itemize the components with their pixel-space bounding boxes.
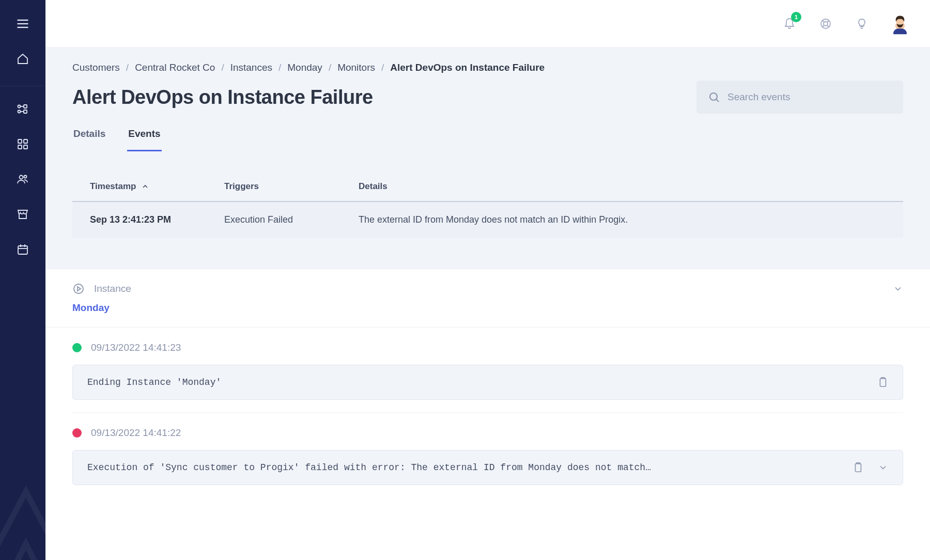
svg-line-19 [823, 20, 825, 22]
table-row[interactable]: Sep 13 2:41:23 PM Execution Failed The e… [72, 202, 903, 238]
search-icon [708, 91, 720, 103]
events-table: Timestamp Triggers Details Sep 13 2:41:2… [72, 172, 903, 238]
sidebar-item-users[interactable] [12, 169, 33, 190]
log-entry: 09/13/2022 14:41:23 Ending Instance 'Mon… [72, 328, 903, 412]
column-label: Timestamp [90, 181, 136, 192]
cell-trigger: Execution Failed [224, 214, 359, 225]
notifications-badge: 1 [791, 12, 801, 22]
page-header: Customers/ Central Rocket Co/ Instances/… [45, 48, 930, 151]
instance-link[interactable]: Monday [72, 302, 903, 314]
svg-point-5 [18, 111, 21, 113]
log-message: Execution of 'Sync customer to Progix' f… [87, 462, 651, 473]
svg-rect-8 [24, 139, 27, 143]
svg-point-3 [18, 105, 21, 108]
breadcrumb-item[interactable]: Customers [72, 62, 120, 73]
sidebar-divider [0, 86, 45, 86]
main: 1 Customers/ Central Rocket Co/ Instance… [45, 0, 930, 560]
log-timestamp: 09/13/2022 14:41:22 [91, 427, 181, 439]
page-title: Alert DevOps on Instance Failure [72, 86, 373, 108]
chevron-up-icon [141, 182, 149, 191]
events-table-header: Timestamp Triggers Details [72, 172, 903, 202]
status-dot-success [72, 343, 82, 352]
logs: 09/13/2022 14:41:23 Ending Instance 'Mon… [45, 328, 930, 528]
help-button[interactable] [815, 13, 836, 34]
lightbulb-icon [856, 18, 868, 30]
cell-details: The external ID from Monday does not mat… [359, 214, 886, 225]
instance-panel: Instance Monday [45, 269, 930, 328]
log-expand-toggle[interactable] [878, 462, 888, 473]
log-message: Ending Instance 'Monday' [87, 377, 221, 387]
tabs: Details Events [72, 128, 903, 151]
sidebar-item-flows[interactable] [12, 99, 33, 119]
svg-rect-9 [18, 145, 22, 149]
svg-rect-7 [18, 139, 22, 143]
svg-rect-6 [24, 110, 27, 113]
column-header-details[interactable]: Details [359, 181, 886, 192]
menu-toggle[interactable] [12, 13, 33, 34]
play-circle-icon [72, 283, 85, 295]
svg-rect-4 [24, 105, 27, 108]
search-input[interactable] [727, 91, 892, 103]
svg-line-25 [716, 99, 719, 102]
sidebar-logo-watermark [0, 477, 45, 560]
events-table-area: Timestamp Triggers Details Sep 13 2:41:2… [45, 151, 930, 269]
log-entry: 09/13/2022 14:41:22 Execution of 'Sync c… [72, 412, 903, 497]
tab-events[interactable]: Events [127, 128, 161, 151]
svg-point-12 [24, 176, 27, 178]
clipboard-icon [852, 462, 863, 473]
svg-line-22 [827, 25, 829, 27]
avatar[interactable] [888, 11, 912, 36]
instance-expand-toggle[interactable] [893, 284, 903, 294]
svg-point-26 [74, 284, 83, 293]
search-box[interactable] [696, 81, 903, 114]
svg-point-24 [710, 93, 717, 100]
avatar-icon [889, 12, 911, 35]
log-body: Ending Instance 'Monday' [72, 365, 903, 400]
notifications-button[interactable]: 1 [779, 13, 800, 34]
svg-rect-10 [24, 145, 27, 149]
breadcrumb-item[interactable]: Monitors [337, 62, 375, 73]
breadcrumb-item[interactable]: Central Rocket Co [135, 62, 215, 73]
svg-line-21 [823, 25, 825, 27]
lifebuoy-icon [819, 18, 832, 30]
svg-rect-29 [855, 464, 861, 472]
log-timestamp: 09/13/2022 14:41:23 [91, 342, 181, 353]
svg-point-11 [20, 176, 23, 179]
log-body: Execution of 'Sync customer to Progix' f… [72, 450, 903, 485]
chevron-down-icon [878, 462, 888, 473]
sidebar-item-calendar[interactable] [12, 239, 33, 260]
sidebar-item-home[interactable] [12, 49, 33, 69]
column-header-triggers[interactable]: Triggers [224, 181, 359, 192]
svg-line-20 [827, 20, 829, 22]
cell-timestamp: Sep 13 2:41:23 PM [90, 214, 224, 225]
svg-rect-28 [880, 379, 886, 387]
tab-details[interactable]: Details [72, 128, 106, 151]
column-header-timestamp[interactable]: Timestamp [90, 181, 224, 192]
breadcrumb-item[interactable]: Monday [287, 62, 322, 73]
instance-label: Instance [94, 283, 131, 294]
breadcrumb-current: Alert DevOps on Instance Failure [390, 62, 545, 73]
chevron-down-icon [893, 284, 903, 294]
status-dot-error [72, 428, 82, 438]
sidebar-item-apps[interactable] [12, 134, 33, 154]
sidebar-item-marketplace[interactable] [12, 204, 33, 225]
svg-marker-27 [78, 287, 81, 291]
breadcrumb-item[interactable]: Instances [230, 62, 272, 73]
copy-button[interactable] [877, 377, 888, 388]
tips-button[interactable] [851, 13, 872, 34]
sidebar [0, 0, 45, 560]
content: Timestamp Triggers Details Sep 13 2:41:2… [45, 151, 930, 560]
breadcrumb: Customers/ Central Rocket Co/ Instances/… [72, 62, 903, 73]
svg-point-18 [824, 22, 828, 26]
topbar: 1 [45, 0, 930, 48]
svg-rect-13 [18, 246, 27, 254]
clipboard-icon [877, 377, 888, 388]
copy-button[interactable] [852, 462, 863, 473]
